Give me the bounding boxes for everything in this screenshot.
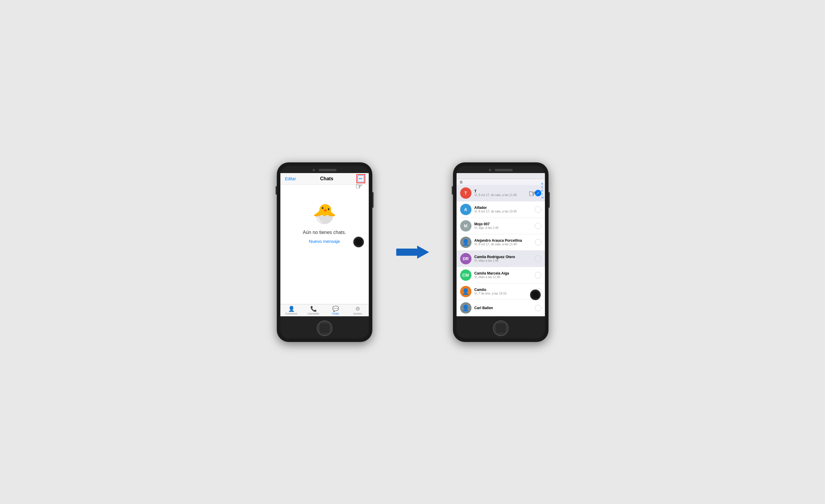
contact-row-6[interactable]: CM Camila Marcela Aiga Vi, ellas a las 1… [457,267,545,283]
section-header-b: B [457,179,545,185]
contact-info-8: Carl Ballen [474,306,532,310]
tab-chats[interactable]: 💬 Chats [324,304,347,316]
avatar-3: M [460,220,471,232]
contact-info-5: Camila Rodriguez Otero Vi, ellas a las 1… [474,255,532,262]
camera-icon-2 [489,169,491,171]
home-inner-2 [532,291,539,299]
power-button [372,192,374,208]
avatar-8: 👤 [460,302,471,314]
tab-settings-label: Ajustes [353,312,362,315]
avatar-4: 👤 [460,237,471,248]
alpha-j[interactable]: J [541,192,544,196]
volume-button [276,186,277,194]
contact-name-7: Camilo [474,288,532,292]
contact-preview-4: Vi, 8 oct 17, de sala, a las 11:46 [474,243,532,246]
contact-name-8: Carl Ballen [474,306,532,310]
contact-info-3: Mojo 007 Vi, sigs. a las 1:46 [474,222,532,230]
phone-bottom-2 [457,316,545,338]
power-button-2 [548,192,550,208]
contact-row-1[interactable]: T T Vi, 8 oct 17, de sala, a las 11:46 ✓ [457,185,545,201]
contact-preview-1: Vi, 8 oct 17, de sala, a las 11:46 [474,193,532,197]
contact-name-6: Camila Marcela Aiga [474,271,532,275]
tab-calls-label: Llamadas [308,312,319,315]
volume-button-2 [452,186,453,194]
contact-row-2[interactable]: A Alfador Vi, 8 oct 17, de sala, a las 1… [457,201,545,218]
contact-name-5: Camila Rodriguez Otero [474,255,532,259]
alphabet-index[interactable]: B C E J M [541,182,544,199]
contact-preview-5: Vi, ellas a las 1:46 [474,259,532,262]
select-check-5[interactable] [535,255,541,262]
contact-info-1: T Vi, 8 oct 17, de sala, a las 11:46 [474,189,532,197]
phone-2: B T T Vi, 8 oct 17, de sala, a las 11:46… [453,162,548,342]
avatar-2: A [460,204,471,215]
alpha-e[interactable]: E [541,189,544,193]
chick-icon: 🐣 [313,202,336,225]
phone-top-bar [280,166,369,173]
avatar-5: DR [460,253,471,264]
home-button-inner [355,238,362,246]
chats-icon: 💬 [332,306,339,312]
alpha-b[interactable]: B [541,182,544,186]
tab-calls[interactable]: 📞 Llamadas [302,304,324,316]
contact-name-1: T [474,189,532,193]
contact-preview-6: Vi, ellas a las 11:46 [474,275,532,279]
avatar-7: 👤 [460,286,471,297]
contact-info-7: Camilo Vi, 7 de ene, a las 19:10 [474,288,532,295]
screen-2: B T T Vi, 8 oct 17, de sala, a las 11:46… [457,173,545,316]
tab-bar-1: 👤 Contactos 📞 Llamadas 💬 Chats ⚙ Ajustes [280,304,369,316]
home-button-2[interactable] [493,321,509,336]
nav-bar-1: Editar Chats ✏ [280,173,369,185]
alpha-m[interactable]: M [541,196,544,200]
home-button-inline[interactable] [353,237,364,247]
contact-name-4: Alejandro Arauca Porcellina [474,238,532,243]
avatar-6: CM [460,269,471,281]
contact-row-4[interactable]: 👤 Alejandro Arauca Porcellina Vi, 8 oct … [457,234,545,251]
camera-icon [313,169,315,171]
contact-preview-2: Vi, 8 oct 17, de sala, a las 10:30 [474,210,532,213]
home-button-square-2 [495,323,506,334]
edit-button[interactable]: Editar [285,176,296,181]
empty-message: Aún no tienes chats. [303,230,346,235]
contact-row-8[interactable]: 👤 Carl Ballen [457,300,545,316]
contact-row-3[interactable]: M Mojo 007 Vi, sigs. a las 1:46 [457,218,545,234]
tab-settings[interactable]: ⚙ Ajustes [347,304,369,316]
contact-info-2: Alfador Vi, 8 oct 17, de sala, a las 10:… [474,205,532,213]
select-check-1[interactable]: ✓ [535,190,541,196]
tab-contacts[interactable]: 👤 Contactos [280,304,302,316]
contact-preview-3: Vi, sigs. a las 1:46 [474,226,532,230]
contact-preview-7: Vi, 7 de ene, a las 19:10 [474,292,532,295]
select-check-2[interactable] [535,206,541,213]
phone-top-bar-2 [457,166,545,173]
speaker-bar [319,169,336,171]
new-message-button[interactable]: Nuevo mensaje [309,239,340,244]
phone-1: Editar Chats ✏ 🐣 Aún no tienes chats. Nu… [277,162,372,342]
select-check-3[interactable] [535,223,541,229]
page-title: Chats [320,176,333,181]
alpha-c[interactable]: C [541,186,544,189]
direction-arrow [396,246,429,259]
contact-info-4: Alejandro Arauca Porcellina Vi, 8 oct 17… [474,238,532,246]
compose-button[interactable]: ✏ [358,175,364,182]
settings-icon: ⚙ [355,306,360,312]
speaker-bar-2 [495,169,513,171]
select-check-4[interactable] [535,239,541,246]
home-button-square [319,323,330,334]
home-inline-2[interactable] [530,289,541,300]
select-check-8[interactable] [535,305,541,311]
calls-icon: 📞 [310,306,317,312]
contact-row-5[interactable]: DR Camila Rodriguez Otero Vi, ellas a la… [457,251,545,267]
tab-chats-label: Chats [332,312,339,315]
contacts-icon: 👤 [288,306,295,312]
contact-info-6: Camila Marcela Aiga Vi, ellas a las 11:4… [474,271,532,279]
compose-icon: ✏ [358,175,364,182]
tab-contacts-label: Contactos [285,312,297,315]
contact-name-3: Mojo 007 [474,222,532,226]
home-button[interactable] [317,321,332,336]
contact-name-2: Alfador [474,205,532,210]
select-check-6[interactable] [535,272,541,278]
phone-bottom [280,316,369,338]
screen-1: Editar Chats ✏ 🐣 Aún no tienes chats. Nu… [280,173,369,316]
avatar-1: T [460,187,471,199]
